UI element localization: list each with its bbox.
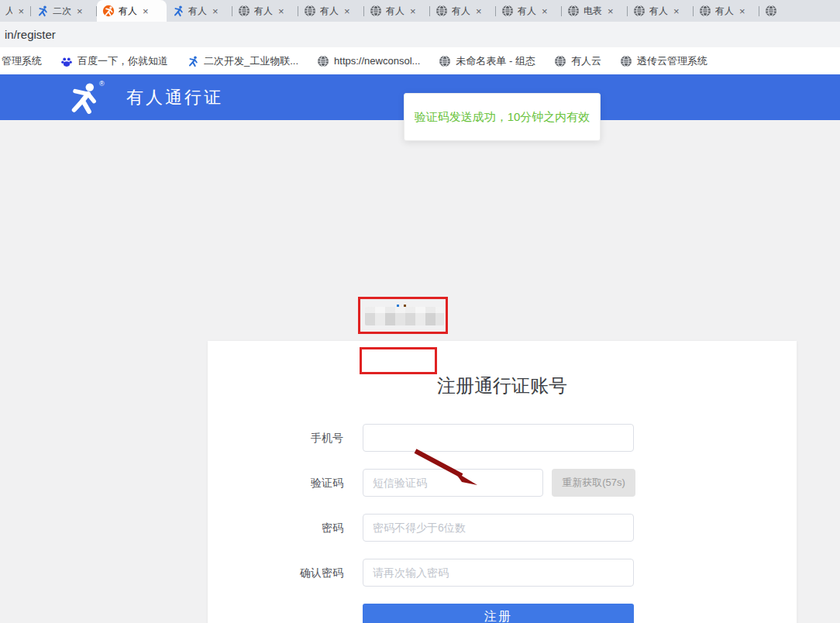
tab-youren-8[interactable]: 有人 × xyxy=(496,0,562,22)
tab-label: 有人 xyxy=(119,5,137,18)
address-url-text: in/register xyxy=(0,28,56,41)
tab-label: 有人 xyxy=(649,5,668,18)
globe-icon xyxy=(317,55,329,67)
tab-youren-blue[interactable]: 有人 × xyxy=(167,0,232,22)
bookmark-erci-kaifa[interactable]: 二次开发_工业物联... xyxy=(187,54,298,68)
tab-close-icon[interactable]: × xyxy=(343,5,352,17)
tab-label: 二次 xyxy=(53,5,71,18)
bookmark-label: 透传云管理系统 xyxy=(637,54,707,68)
tab-erci[interactable]: 二次 × xyxy=(31,0,97,22)
registered-trademark-mark: ® xyxy=(99,80,105,88)
screen: 人 × 二次 × 有人 × 有人 × xyxy=(0,0,840,623)
register-card: 注册通行证账号 手机号 验证码 重新获取(57s) 密码 确认密码 注册 已有账… xyxy=(208,341,797,623)
resend-code-button[interactable]: 重新获取(57s) xyxy=(552,469,635,497)
browser-tab-strip: 人 × 二次 × 有人 × 有人 × xyxy=(0,0,840,22)
bookmark-guanli[interactable]: 管理系统 xyxy=(2,54,42,68)
tab-close-icon[interactable]: × xyxy=(672,5,681,17)
password-label: 密码 xyxy=(208,514,353,542)
globe-icon xyxy=(238,5,250,17)
tab-youren-4[interactable]: 有人 × xyxy=(232,0,298,22)
tab-label: 有人 xyxy=(715,5,734,18)
globe-icon xyxy=(370,5,382,17)
usr-person-blue-icon xyxy=(36,5,49,17)
tab-label: 有人 xyxy=(452,5,470,18)
bookmark-label: 管理系统 xyxy=(2,54,42,68)
annotation-arrow-icon xyxy=(409,445,483,490)
password-input[interactable] xyxy=(363,514,634,542)
tab-close-icon[interactable]: × xyxy=(606,5,615,17)
usr-person-blue-icon xyxy=(187,55,199,67)
tab-label: 电表 xyxy=(584,5,602,18)
annotation-rect-code xyxy=(360,347,437,374)
tab-close-icon[interactable]: × xyxy=(474,5,484,17)
bookmarks-bar: 管理系统 百度一下，你就知道 二次开发_工业物联... https://newc… xyxy=(0,47,840,74)
bookmark-label: 未命名表单 - 组态 xyxy=(456,54,535,68)
globe-icon xyxy=(567,5,580,17)
usr-person-blue-icon xyxy=(172,5,184,17)
bookmark-newconsole[interactable]: https://newconsol... xyxy=(317,55,420,67)
tab-partial-right[interactable] xyxy=(759,0,840,22)
usr-logo-icon: ® xyxy=(65,80,113,115)
phone-label: 手机号 xyxy=(208,424,353,452)
toast-notification: 验证码发送成功，10分钟之内有效 xyxy=(404,93,601,141)
tab-youren-11[interactable]: 有人 × xyxy=(694,0,759,22)
bookmark-label: https://newconsol... xyxy=(334,55,420,67)
bookmark-form-zutai[interactable]: 未命名表单 - 组态 xyxy=(439,54,535,68)
tab-close-icon[interactable]: × xyxy=(16,5,26,17)
code-row: 验证码 重新获取(57s) xyxy=(208,469,797,497)
tab-close-icon[interactable]: × xyxy=(277,5,286,17)
register-button[interactable]: 注册 xyxy=(363,604,634,623)
annotation-rect-phone xyxy=(358,297,448,334)
tab-youren-7[interactable]: 有人 × xyxy=(430,0,496,22)
bookmark-touchuan[interactable]: 透传云管理系统 xyxy=(620,54,707,68)
baidu-paw-icon xyxy=(60,55,73,67)
confirm-password-row: 确认密码 xyxy=(208,559,797,587)
tab-label: 有人 xyxy=(254,5,273,18)
globe-icon xyxy=(439,55,451,67)
bookmark-yourenyun[interactable]: 有人云 xyxy=(554,54,601,68)
bookmark-label: 二次开发_工业物联... xyxy=(204,54,298,68)
globe-icon xyxy=(501,5,514,17)
tab-close-icon[interactable]: × xyxy=(408,5,418,17)
phone-row: 手机号 xyxy=(208,424,797,452)
bookmark-baidu[interactable]: 百度一下，你就知道 xyxy=(60,54,168,68)
globe-icon xyxy=(435,5,448,17)
brand-title: 有人通行证 xyxy=(126,86,223,109)
confirm-password-input[interactable] xyxy=(363,559,634,587)
tab-label: 有人 xyxy=(188,5,207,18)
tab-youren-10[interactable]: 有人 × xyxy=(628,0,694,22)
globe-icon xyxy=(765,5,777,17)
tab-partial-left[interactable]: 人 × xyxy=(0,0,31,22)
phone-input[interactable] xyxy=(363,424,634,452)
tab-dianbiao[interactable]: 电表 × xyxy=(562,0,628,22)
tab-close-icon[interactable]: × xyxy=(211,5,220,17)
usr-person-orange-icon xyxy=(102,5,115,17)
tab-close-icon[interactable]: × xyxy=(141,5,150,17)
tab-youren-6[interactable]: 有人 × xyxy=(364,0,430,22)
code-label: 验证码 xyxy=(208,469,353,497)
page-title: 注册通行证账号 xyxy=(208,373,797,398)
tab-close-icon[interactable]: × xyxy=(540,5,549,17)
globe-icon xyxy=(554,55,566,67)
tab-label: 有人 xyxy=(320,5,339,18)
globe-icon xyxy=(620,55,632,67)
toast-message: 验证码发送成功，10分钟之内有效 xyxy=(415,110,590,125)
password-row: 密码 xyxy=(208,514,797,542)
tab-youren-5[interactable]: 有人 × xyxy=(298,0,364,22)
tab-label: 有人 xyxy=(386,5,405,18)
confirm-password-label: 确认密码 xyxy=(208,559,353,587)
tab-label: 人 xyxy=(5,5,12,18)
tab-close-icon[interactable]: × xyxy=(738,5,747,17)
tab-close-icon[interactable]: × xyxy=(75,5,84,17)
globe-icon xyxy=(633,5,645,17)
tab-active-register[interactable]: 有人 × xyxy=(97,0,167,22)
address-bar[interactable]: in/register xyxy=(0,22,840,47)
bookmark-label: 有人云 xyxy=(571,54,601,68)
globe-icon xyxy=(304,5,316,17)
bookmark-label: 百度一下，你就知道 xyxy=(77,54,168,68)
globe-icon xyxy=(699,5,711,17)
tab-label: 有人 xyxy=(518,5,536,18)
